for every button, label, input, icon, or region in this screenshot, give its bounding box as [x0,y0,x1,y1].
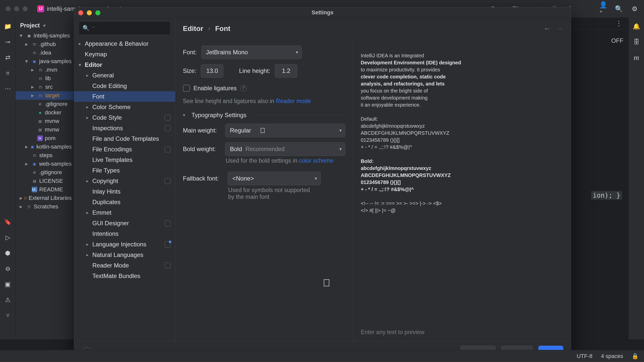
status-indent[interactable]: 4 spaces [601,353,623,359]
nav-textmate[interactable]: TextMate Bundles [74,271,175,281]
nav-intentions[interactable]: Intentions [74,229,175,239]
tree-root[interactable]: ▾▣intellij-samples [16,31,74,40]
preview-bold-header: Bold: [361,158,374,164]
reader-mode-link[interactable]: Reader mode [276,98,311,104]
terminal-icon[interactable]: ▣ [4,280,12,289]
size-input[interactable] [201,64,223,78]
maximize-dot[interactable] [23,6,28,11]
minimize-dot[interactable] [14,6,19,11]
nav-filetypes[interactable]: File Types [74,165,175,176]
commit-tool-icon[interactable]: ⊸ [4,38,12,46]
color-scheme-link[interactable]: color scheme [299,157,334,164]
tree-node-gitignore-inner[interactable]: ⊘.gitignore [16,100,74,108]
search-icon: 🔍 [83,25,89,31]
database-icon[interactable]: 🗄 [632,38,641,46]
nav-font[interactable]: Font [74,91,175,102]
typography-section-header[interactable]: ▾ Typography Settings [183,112,345,119]
nav-inspections[interactable]: Inspections [74,123,175,133]
tree-label: mvnw [45,126,59,133]
settings-icon[interactable]: ⚙ [630,5,638,13]
notifications-icon[interactable]: 🔔 [632,22,641,31]
nav-guidesigner[interactable]: GUI Designer [74,218,175,229]
pull-requests-icon[interactable]: ⇄ [4,53,12,62]
tree-node-src[interactable]: ▸🗀src [16,83,74,91]
problems-icon[interactable]: ⊖ [4,264,12,273]
code-with-me-icon[interactable]: 👤⁺ [599,5,607,13]
tree-node-scratches[interactable]: ▸⌸Scratches [16,202,74,211]
nav-naturallang[interactable]: ▸Natural Languages [74,250,175,260]
nav-livetmpl[interactable]: Live Templates [74,155,175,165]
structure-tool-icon[interactable]: ⌗ [4,69,12,77]
tree-node-idea[interactable]: 🗀.idea [16,49,74,57]
tree-label: .github [39,41,56,48]
bookmarks-icon[interactable]: 🔖 [4,218,12,226]
more-icon[interactable]: ⋯ [4,84,12,93]
tree-node-pom[interactable]: mpom [16,134,74,143]
maximize-icon[interactable] [95,10,100,15]
preview-input-placeholder[interactable]: Enter any text to preview [361,328,424,336]
nav-readermode[interactable]: Reader Mode [74,260,175,271]
tree-node-readme[interactable]: M↓README [16,185,74,194]
more-vertical-icon[interactable]: ⋮ [615,20,623,28]
nav-editor[interactable]: ▾Editor [74,60,175,70]
nav-inlayhints[interactable]: Inlay Hints [74,186,175,197]
tree-node-license[interactable]: ▤LICENSE [16,177,74,185]
search-everywhere-icon[interactable]: 🔍 [615,5,623,13]
nav-codeediting[interactable]: Code Editing [74,81,175,91]
project-view-title: Project [20,22,40,29]
fallback-select[interactable]: <None> [228,172,321,185]
nav-label: Live Templates [92,156,133,163]
readonly-lock-icon[interactable]: 🔒 [632,353,638,359]
tree-node-target[interactable]: ▸🗀target [16,91,74,100]
breadcrumb-item[interactable]: Editor [183,25,203,33]
close-icon[interactable] [78,10,83,15]
tree-node-docker[interactable]: ◆docker [16,108,74,117]
services-icon[interactable]: ⬢ [4,249,12,257]
project-tool-icon[interactable]: 📁 [4,22,12,31]
font-select[interactable]: JetBrains Mono [201,46,302,59]
chevron-down-icon: ▾ [43,23,46,28]
lineheight-input[interactable] [275,64,297,78]
tree-node-lib[interactable]: 🗀lib [16,74,74,83]
tree-node-mvnw[interactable]: ▤mvnw [16,117,74,125]
boldweight-select[interactable]: Bold Recommended [225,142,345,156]
nav-general[interactable]: ▸General [74,70,175,81]
minimize-icon[interactable] [87,10,92,15]
tree-node-gitignore[interactable]: ⊘.gitignore [16,168,74,177]
tree-node-mvnwcmd[interactable]: ▤mvnw [16,125,74,134]
vcs-tool-icon[interactable]: ⑂ [4,311,12,320]
tree-node-steps[interactable]: 🗀steps [16,151,74,160]
tree-node-web[interactable]: ▸▣web-samples [16,160,74,168]
tree-label: steps [39,152,53,159]
project-view-header[interactable]: Project ▾ [16,20,74,31]
preview-line: software development making [361,95,428,101]
nav-filecodetmpl[interactable]: File and Code Templates [74,133,175,144]
help-icon[interactable]: ? [240,85,247,92]
settings-titlebar: Settings [74,7,571,18]
tree-node-kotlin[interactable]: ▸▣kotlin-samples [16,143,74,151]
nav-appearance[interactable]: ▸Appearance & Behavior [74,38,175,49]
nav-duplicates[interactable]: Duplicates [74,197,175,207]
tree-node-github[interactable]: ▸🗀.github [16,40,74,49]
close-dot[interactable] [6,6,11,11]
settings-search-input[interactable]: 🔍 ⁻ [79,21,171,35]
problems-warn-icon[interactable]: ⚠ [4,296,12,304]
nav-colorscheme[interactable]: ▸Color Scheme [74,102,175,112]
run-toolwindow-icon[interactable]: ▷ [4,233,12,242]
nav-back-icon[interactable]: ← [544,25,551,33]
mainweight-select[interactable]: Regular [225,124,345,137]
inspection-widget-off[interactable]: OFF [611,37,623,44]
tree-node-mvn[interactable]: ▸🗀.mvn [16,66,74,74]
enable-ligatures-checkbox[interactable]: Enable ligatures ? [183,85,345,92]
nav-copyright[interactable]: ▸Copyright [74,176,175,186]
status-encoding[interactable]: UTF-8 [577,353,592,359]
tree-node-javasamples[interactable]: ▾▣java-samples [16,57,74,66]
nav-emmet[interactable]: ▸Emmet [74,207,175,218]
tree-node-external[interactable]: ▸⌸External Libraries [16,194,74,202]
nav-codestyle[interactable]: ▸Code Style [74,112,175,123]
nav-langinj[interactable]: ▸Language Injections [74,239,175,250]
font-preview-pane[interactable]: IntelliJ IDEA is an Integrated Developme… [353,39,571,341]
nav-keymap[interactable]: Keymap [74,49,175,60]
nav-fileenc[interactable]: File Encodings [74,144,175,155]
maven-icon[interactable]: m [632,53,641,62]
